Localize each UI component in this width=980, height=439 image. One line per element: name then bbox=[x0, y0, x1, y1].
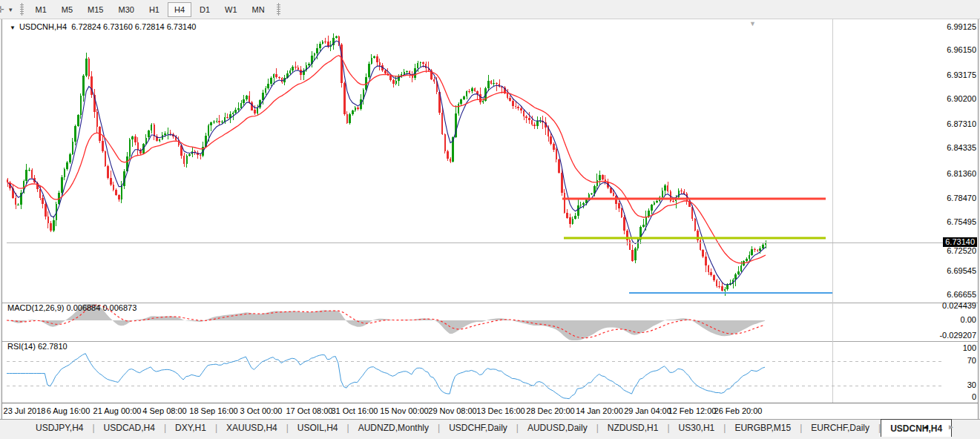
price-axis-label: 6.81360 bbox=[947, 169, 976, 178]
timeframe-button-m1[interactable]: M1 bbox=[29, 2, 53, 17]
rsi-axis-label: 100 bbox=[963, 343, 976, 352]
dropdown-arrow-icon[interactable]: ▾ bbox=[9, 6, 13, 13]
symbol-tab-xauusd-h4[interactable]: XAUUSD,H4 bbox=[217, 420, 286, 437]
time-axis-label: 18 Sep 16:00 bbox=[189, 406, 237, 415]
macd-axis-label: 0.024439 bbox=[942, 301, 976, 310]
macd-axis-label: 0.00 bbox=[961, 315, 976, 324]
timeframe-button-w1[interactable]: W1 bbox=[218, 2, 244, 17]
tab-list: USDJPY,H4|USDCAD,H4|DXY,H1|XAUUSD,H4|USO… bbox=[27, 420, 952, 437]
symbol-tab-usdchf-daily[interactable]: USDCHF,Daily bbox=[440, 420, 516, 437]
price-axis-label: 6.87310 bbox=[947, 119, 976, 128]
time-axis-label: 23 Jul 2018 bbox=[4, 406, 46, 415]
price-axis-label: 6.75495 bbox=[947, 217, 976, 226]
price-axis-label: 6.90200 bbox=[947, 94, 976, 103]
timeframe-button-d1[interactable]: D1 bbox=[193, 2, 217, 17]
price-axis-label: 6.84335 bbox=[947, 143, 976, 152]
collapse-chart-icon[interactable]: ▼ bbox=[10, 24, 16, 31]
time-axis-label: 17 Oct 08:00 bbox=[286, 406, 333, 415]
cursor-tool-icon[interactable]: ✛ bbox=[0, 4, 7, 15]
current-price-badge: 6.73140 bbox=[943, 237, 977, 247]
time-axis-label: 14 Jan 20:00 bbox=[576, 406, 623, 415]
symbol-tab-eurchf-daily[interactable]: EURCHF,Daily bbox=[802, 420, 878, 437]
chart-ohlc-values: 6.72824 6.73160 6.72814 6.73140 bbox=[71, 22, 196, 31]
chart-shift-marker-icon[interactable]: ▼ bbox=[749, 20, 756, 27]
price-axis-label: 6.69545 bbox=[947, 266, 976, 275]
symbol-tab-nzdusd-h1[interactable]: NZDUSD,H1 bbox=[599, 420, 668, 437]
time-axis-label: 28 Dec 20:00 bbox=[526, 406, 574, 415]
symbol-tab-usdcad-h4[interactable]: USDCAD,H4 bbox=[95, 420, 164, 437]
timeframe-button-h1[interactable]: H1 bbox=[142, 2, 166, 17]
chart-title-bar: ▼USDCNH,H4 6.72824 6.73160 6.72814 6.731… bbox=[10, 22, 196, 31]
timeframe-button-m15[interactable]: M15 bbox=[81, 2, 110, 17]
time-axis-label: 15 Nov 00:00 bbox=[380, 406, 428, 415]
timeframe-button-m30[interactable]: M30 bbox=[112, 2, 141, 17]
time-axis-label: 3 Oct 00:00 bbox=[240, 406, 283, 415]
symbol-tab-eurgbp-m15[interactable]: EURGBP,M15 bbox=[726, 420, 800, 437]
time-axis-label: 13 Dec 16:00 bbox=[476, 406, 524, 415]
price-axis-label: 6.66655 bbox=[947, 290, 976, 299]
price-axis-secondary-label: 6.72520 bbox=[947, 246, 976, 255]
toolbar: ✛ ▾ M1M5M15M30H1H4D1W1MN bbox=[0, 0, 980, 19]
price-axis-label: 6.93175 bbox=[947, 70, 976, 79]
timeframe-button-m5[interactable]: M5 bbox=[55, 2, 79, 17]
rsi-axis-label: 30 bbox=[967, 380, 976, 389]
tab-scroll-arrows: ◄► bbox=[922, 423, 973, 431]
timeframe-button-group: M1M5M15M30H1H4D1W1MN bbox=[28, 2, 272, 17]
time-axis-label: 12 Feb 12:00 bbox=[668, 406, 717, 415]
price-axis-label: 6.78470 bbox=[947, 194, 976, 202]
price-axis-label: 6.96150 bbox=[947, 45, 976, 54]
symbol-tab-usdjpy-h4[interactable]: USDJPY,H4 bbox=[27, 420, 92, 437]
rsi-indicator-label: RSI(14) 62.7810 bbox=[7, 342, 68, 351]
tabs-scroll-left-icon[interactable]: ◄ bbox=[922, 423, 947, 431]
time-axis-label: 29 Nov 08:00 bbox=[428, 406, 476, 415]
rsi-axis-label: 0 bbox=[972, 392, 976, 401]
time-axis-label: 6 Aug 16:00 bbox=[47, 406, 91, 415]
time-axis-label: 31 Oct 16:00 bbox=[332, 406, 378, 415]
toolbar-grip[interactable] bbox=[20, 3, 24, 16]
timeframe-button-mn[interactable]: MN bbox=[246, 2, 272, 17]
time-axis-label: 26 Feb 20:00 bbox=[714, 406, 763, 415]
symbol-tabbar: USDJPY,H4|USDCAD,H4|DXY,H1|XAUUSD,H4|USO… bbox=[0, 419, 980, 437]
symbol-tab-audnzd-monthly[interactable]: AUDNZD,Monthly bbox=[349, 420, 438, 437]
chart-canvas[interactable] bbox=[0, 0, 980, 439]
timeframe-button-h4[interactable]: H4 bbox=[168, 2, 191, 17]
time-axis-label: 21 Aug 00:00 bbox=[93, 406, 142, 415]
symbol-tab-usoil-h4[interactable]: USOIL,H4 bbox=[289, 420, 347, 437]
symbol-tab-us30-h1[interactable]: US30,H1 bbox=[670, 420, 724, 437]
mt4-window: ✛ ▾ M1M5M15M30H1H4D1W1MN ▼USDCNH,H4 6.72… bbox=[0, 0, 980, 439]
macd-axis-label: -0.029207 bbox=[939, 331, 976, 340]
macd-indicator-label: MACD(12,26,9) 0.006884 0.006873 bbox=[7, 303, 137, 312]
symbol-tab-dxy-h1[interactable]: DXY,H1 bbox=[166, 420, 215, 437]
toolbar-grip[interactable] bbox=[277, 3, 280, 16]
chart-symbol-period: USDCNH,H4 bbox=[19, 22, 67, 31]
symbol-tab-audusd-daily[interactable]: AUDUSD,Daily bbox=[519, 420, 596, 437]
tabs-scroll-right-icon[interactable]: ► bbox=[947, 423, 973, 431]
time-axis-label: 4 Sep 08:00 bbox=[142, 406, 186, 415]
rsi-axis-label: 70 bbox=[967, 356, 976, 365]
time-axis-label: 29 Jan 04:00 bbox=[624, 406, 671, 415]
price-axis-label: 6.99125 bbox=[947, 22, 976, 31]
